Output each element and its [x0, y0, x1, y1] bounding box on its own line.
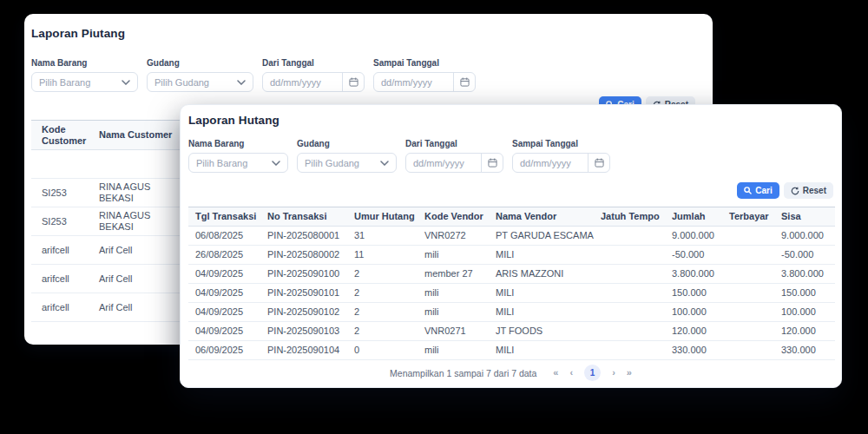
table-cell: -50.000 [774, 246, 835, 265]
gudang-select[interactable]: Pilih Gudang [297, 153, 397, 173]
table-cell: 9.000.000 [774, 227, 835, 246]
cari-button[interactable]: Cari [737, 182, 779, 199]
table-cell: 2 [347, 265, 418, 284]
table-cell [594, 284, 665, 303]
table-cell: PT GARUDA ESCAMAS [489, 227, 594, 246]
dari-tanggal-input[interactable]: dd/mm/yyyy [262, 72, 365, 92]
calendar-icon[interactable] [481, 154, 503, 172]
date-placeholder: dd/mm/yyyy [406, 158, 481, 168]
piutang-filters: Nama Barang Pilih Barang Gudang Pilih Gu… [31, 58, 706, 92]
reset-icon [791, 187, 799, 195]
chevron-down-icon [237, 80, 253, 85]
column-header: Tgl Transaksi [188, 207, 260, 227]
table-cell: MILI [489, 341, 594, 360]
table-header-row: Tgl TransaksiNo TransaksiUmur HutangKode… [188, 207, 835, 227]
table-row [31, 150, 187, 179]
table-row: 26/08/2025PIN-202508000211miliMILI-50.00… [188, 246, 835, 265]
table-cell [594, 341, 665, 360]
laporan-hutang-panel: Laporan Hutang Nama Barang Pilih Barang … [180, 104, 842, 388]
nama-barang-select[interactable]: Pilih Barang [31, 72, 138, 92]
next-page-button[interactable]: › [612, 365, 615, 381]
filter-nama-barang: Nama Barang Pilih Barang [188, 139, 288, 173]
sampai-tanggal-input[interactable]: dd/mm/yyyy [512, 153, 610, 173]
select-value: Pilih Gudang [148, 77, 237, 88]
table-cell: RINA AGUS BEKASI [89, 207, 187, 236]
table-cell: 2 [347, 322, 418, 341]
table-cell: member 27 [418, 265, 489, 284]
table-row: 06/09/2025PIN-20250901040miliMILI330.000… [188, 341, 835, 360]
table-cell: 04/09/2025 [188, 265, 260, 284]
table-cell: 100.000 [665, 303, 722, 322]
chevron-down-icon [380, 161, 396, 166]
filter-label: Dari Tanggal [405, 139, 503, 148]
table-cell: 9.000.000 [665, 227, 722, 246]
page-number-badge[interactable]: 1 [584, 365, 601, 381]
column-header: Nama Customer [89, 121, 187, 150]
table-cell: arifcell [31, 293, 89, 322]
table-cell [594, 322, 665, 341]
table-row: 04/09/2025PIN-20250901002member 27ARIS M… [188, 265, 835, 284]
dari-tanggal-input[interactable]: dd/mm/yyyy [405, 153, 503, 173]
table-cell [722, 227, 774, 246]
filter-label: Sampai Tanggal [373, 58, 476, 68]
cari-label: Cari [755, 186, 772, 195]
select-value: Pilih Gudang [298, 158, 380, 168]
table-row: 04/09/2025PIN-20250901012miliMILI150.000… [188, 284, 835, 303]
filter-label: Nama Barang [31, 58, 138, 68]
table-cell: 31 [347, 227, 418, 246]
table-cell: 3.800.000 [774, 265, 835, 284]
gudang-select[interactable]: Pilih Gudang [147, 72, 253, 92]
reset-button[interactable]: Reset [784, 182, 833, 199]
table-cell: JT FOODS [489, 322, 594, 341]
table-cell: mili [418, 246, 489, 265]
column-header: Kode Customer [31, 121, 89, 150]
hutang-filters: Nama Barang Pilih Barang Gudang Pilih Gu… [188, 139, 833, 173]
select-value: Pilih Barang [189, 158, 272, 168]
select-value: Pilih Barang [32, 77, 122, 88]
calendar-icon[interactable] [342, 73, 364, 91]
pagination-summary: Menampilkan 1 sampai 7 dari 7 data [390, 368, 536, 378]
column-header: Jatuh Tempo [594, 207, 665, 227]
hutang-table: Tgl TransaksiNo TransaksiUmur HutangKode… [188, 207, 835, 360]
last-page-button[interactable]: » [627, 365, 632, 381]
filter-label: Nama Barang [188, 139, 288, 148]
table-cell: VNR0272 [418, 227, 489, 246]
table-cell: 2 [347, 284, 418, 303]
table-row: 04/09/2025PIN-20250901032VNR0271JT FOODS… [188, 322, 835, 341]
table-cell: 120.000 [665, 322, 722, 341]
first-page-button[interactable]: « [553, 365, 558, 381]
table-cell: mili [418, 303, 489, 322]
table-row: SI253RINA AGUS BEKASI [31, 207, 187, 236]
table-cell: 11 [347, 246, 418, 265]
table-cell: 0 [347, 341, 418, 360]
table-cell: 100.000 [774, 303, 835, 322]
prev-page-button[interactable]: ‹ [569, 365, 573, 381]
table-cell: 26/08/2025 [188, 246, 260, 265]
calendar-icon[interactable] [453, 73, 475, 91]
table-cell: mili [418, 341, 489, 360]
table-cell: PIN-2025090102 [260, 303, 347, 322]
table-cell: 330.000 [774, 341, 835, 360]
table-row: 04/09/2025PIN-20250901022miliMILI100.000… [188, 303, 835, 322]
pagination: Menampilkan 1 sampai 7 dari 7 data « ‹ 1… [188, 365, 833, 381]
sampai-tanggal-input[interactable]: dd/mm/yyyy [373, 72, 476, 92]
table-cell [722, 303, 774, 322]
filter-nama-barang: Nama Barang Pilih Barang [31, 58, 138, 92]
table-cell: MILI [489, 284, 594, 303]
filter-label: Sampai Tanggal [512, 139, 610, 148]
table-cell: 04/09/2025 [188, 284, 260, 303]
table-cell [594, 303, 665, 322]
nama-barang-select[interactable]: Pilih Barang [188, 153, 288, 173]
table-cell: SI253 [31, 207, 89, 236]
date-placeholder: dd/mm/yyyy [374, 77, 453, 88]
chevron-down-icon [122, 80, 137, 85]
date-placeholder: dd/mm/yyyy [263, 77, 342, 88]
table-cell: 04/09/2025 [188, 322, 260, 341]
filter-dari-tanggal: Dari Tanggal dd/mm/yyyy [405, 139, 503, 173]
table-cell: MILI [489, 246, 594, 265]
calendar-icon[interactable] [588, 154, 609, 172]
page-title-hutang: Laporan Hutang [188, 105, 833, 127]
table-cell: SI253 [31, 179, 89, 207]
table-cell: PIN-2025090100 [260, 265, 347, 284]
table-cell: 150.000 [774, 284, 835, 303]
